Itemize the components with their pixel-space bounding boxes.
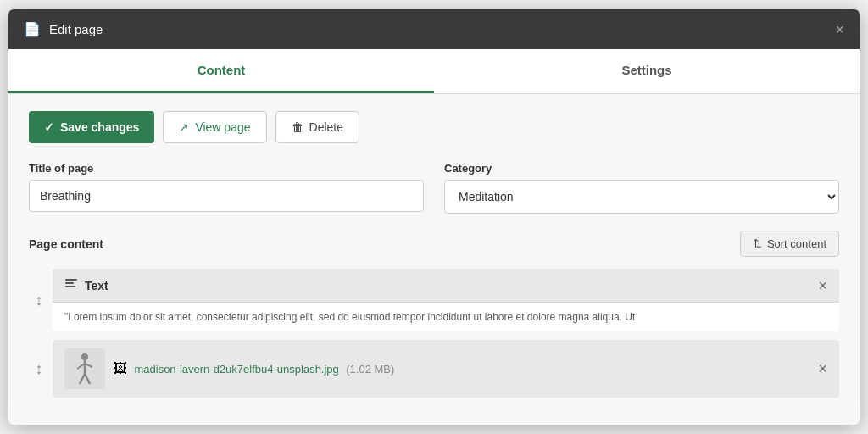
text-block-title-group: Text xyxy=(64,277,108,293)
tab-bar: Content Settings xyxy=(8,49,860,94)
image-block-info: 🖼 madison-lavern-d2uk7elfbu4-unsplash.jp… xyxy=(114,361,394,376)
sort-content-button[interactable]: ⇅ Sort content xyxy=(740,231,839,257)
save-changes-button[interactable]: ✓ Save changes xyxy=(29,111,154,143)
text-block-label: Text xyxy=(85,279,108,292)
text-content-block: ↕ Text × xyxy=(29,269,839,331)
title-group: Title of page xyxy=(29,162,424,214)
title-input[interactable] xyxy=(29,180,424,212)
modal-close-button[interactable]: × xyxy=(835,22,844,37)
delete-label: Delete xyxy=(309,120,343,134)
text-block-header: Text × xyxy=(53,269,839,302)
delete-button[interactable]: 🗑 Delete xyxy=(275,111,359,143)
sort-icon: ⇅ xyxy=(753,237,762,250)
text-block-preview: "Lorem ipsum dolor sit amet, consectetur… xyxy=(53,302,839,331)
toolbar: ✓ Save changes ↗ View page 🗑 Delete xyxy=(29,111,839,143)
svg-line-5 xyxy=(77,364,85,369)
modal-header: 📄 Edit page × xyxy=(8,9,860,49)
svg-line-7 xyxy=(80,374,85,384)
modal-title-group: 📄 Edit page xyxy=(24,21,103,37)
text-icon xyxy=(64,277,78,293)
svg-rect-0 xyxy=(65,279,77,281)
text-block-close-button[interactable]: × xyxy=(818,278,827,293)
content-area: ✓ Save changes ↗ View page 🗑 Delete Titl… xyxy=(8,94,860,425)
text-block-card: Text × "Lorem ipsum dolor sit amet, cons… xyxy=(53,269,839,331)
title-label: Title of page xyxy=(29,162,424,175)
trash-icon: 🗑 xyxy=(292,120,303,134)
modal-title: Edit page xyxy=(49,22,103,36)
image-block-drag-handle[interactable]: ↕ xyxy=(29,340,53,398)
view-page-button[interactable]: ↗ View page xyxy=(163,111,266,143)
image-content-block: ↕ xyxy=(29,340,839,398)
svg-rect-1 xyxy=(65,282,74,284)
svg-line-6 xyxy=(85,364,92,367)
category-select[interactable]: Meditation Breathing Yoga Mindfulness xyxy=(444,180,839,214)
tab-settings[interactable]: Settings xyxy=(434,49,860,93)
page-content-title: Page content xyxy=(29,237,103,251)
drag-arrows-icon: ↕ xyxy=(36,361,43,376)
svg-line-8 xyxy=(85,374,90,384)
page-content-header: Page content ⇅ Sort content xyxy=(29,231,839,257)
tab-content[interactable]: Content xyxy=(8,49,434,93)
image-block-header-left: 🖼 madison-lavern-d2uk7elfbu4-unsplash.jp… xyxy=(64,348,394,389)
image-filesize: (1.02 MB) xyxy=(346,363,394,376)
image-icon: 🖼 xyxy=(114,361,127,376)
checkmark-icon: ✓ xyxy=(44,120,54,134)
save-label: Save changes xyxy=(60,120,139,134)
edit-page-modal: 📄 Edit page × Content Settings ✓ Save ch… xyxy=(8,9,860,425)
image-block-close-button[interactable]: × xyxy=(818,361,827,376)
external-link-icon: ↗ xyxy=(179,120,189,134)
image-block-card: 🖼 madison-lavern-d2uk7elfbu4-unsplash.jp… xyxy=(53,340,839,398)
svg-point-3 xyxy=(81,353,88,360)
image-filename: madison-lavern-d2uk7elfbu4-unsplash.jpg xyxy=(134,363,338,376)
drag-arrows-icon: ↕ xyxy=(36,292,43,308)
image-block-header: 🖼 madison-lavern-d2uk7elfbu4-unsplash.jp… xyxy=(53,340,839,398)
svg-rect-2 xyxy=(65,286,75,287)
page-icon: 📄 xyxy=(24,21,41,37)
view-label: View page xyxy=(195,120,250,134)
category-label: Category xyxy=(444,162,839,175)
category-group: Category Meditation Breathing Yoga Mindf… xyxy=(444,162,839,214)
text-block-drag-handle[interactable]: ↕ xyxy=(29,269,53,331)
image-thumbnail xyxy=(64,348,105,389)
form-row: Title of page Category Meditation Breath… xyxy=(29,162,839,214)
sort-label: Sort content xyxy=(767,237,826,250)
